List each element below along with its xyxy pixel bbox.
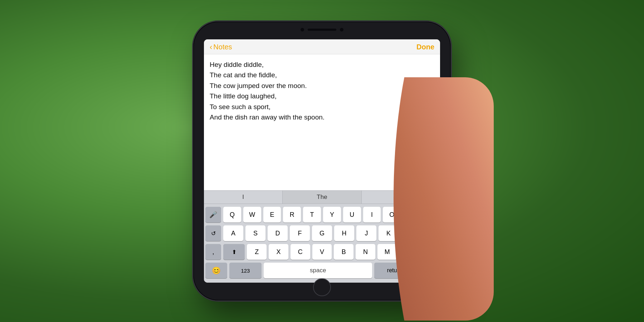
autocomplete-item-2[interactable]: The [283, 191, 361, 204]
nav-bar: ‹ Notes Done [204, 39, 440, 54]
speaker-grille [308, 29, 336, 31]
key-f[interactable]: F [290, 225, 310, 241]
note-line-1: Hey diddle diddle, [210, 59, 434, 70]
key-g[interactable]: G [312, 225, 332, 241]
key-r[interactable]: R [283, 207, 301, 223]
key-w[interactable]: W [243, 207, 261, 223]
note-line-3: The cow jumped over the moon. [210, 80, 434, 91]
emoji-key[interactable]: 😊 [205, 263, 227, 278]
key-x[interactable]: X [269, 244, 288, 260]
key-v[interactable]: V [312, 244, 332, 260]
key-a[interactable]: A [223, 225, 243, 241]
key-y[interactable]: Y [323, 207, 341, 223]
space-key[interactable]: space [264, 263, 372, 278]
shift-key[interactable]: ⬆ [223, 244, 245, 260]
undo-key[interactable]: ↺ [205, 225, 221, 241]
key-m[interactable]: M [377, 244, 397, 260]
key-b[interactable]: B [334, 244, 353, 260]
top-bar [301, 28, 343, 31]
key-z[interactable]: Z [247, 244, 267, 260]
comma-key[interactable]: , [205, 244, 221, 260]
back-button[interactable]: ‹ Notes [210, 43, 232, 51]
key-i[interactable]: I [363, 207, 381, 223]
key-d[interactable]: D [268, 225, 288, 241]
sensor-dot [340, 28, 343, 31]
key-c[interactable]: C [291, 244, 310, 260]
camera-dot [301, 28, 304, 31]
key-q[interactable]: Q [223, 207, 241, 223]
key-t[interactable]: T [303, 207, 321, 223]
key-u[interactable]: U [343, 207, 361, 223]
note-line-2: The cat and the fiddle, [210, 70, 434, 80]
autocomplete-item-1[interactable]: I [204, 191, 283, 204]
key-h[interactable]: H [334, 225, 354, 241]
back-label[interactable]: Notes [213, 43, 232, 51]
key-n[interactable]: N [356, 244, 375, 260]
mic-key[interactable]: 🎤 [205, 207, 221, 223]
key-s[interactable]: S [245, 225, 265, 241]
scene: ‹ Notes Done Hey diddle diddle, The cat … [0, 0, 644, 322]
home-button[interactable] [313, 278, 331, 296]
key-j[interactable]: J [356, 225, 376, 241]
back-chevron-icon: ‹ [210, 43, 212, 51]
done-button[interactable]: Done [416, 43, 434, 51]
key-e[interactable]: E [263, 207, 281, 223]
phone-wrapper: ‹ Notes Done Hey diddle diddle, The cat … [193, 21, 451, 301]
right-hand [394, 77, 494, 321]
numbers-key[interactable]: 123 [229, 263, 262, 278]
